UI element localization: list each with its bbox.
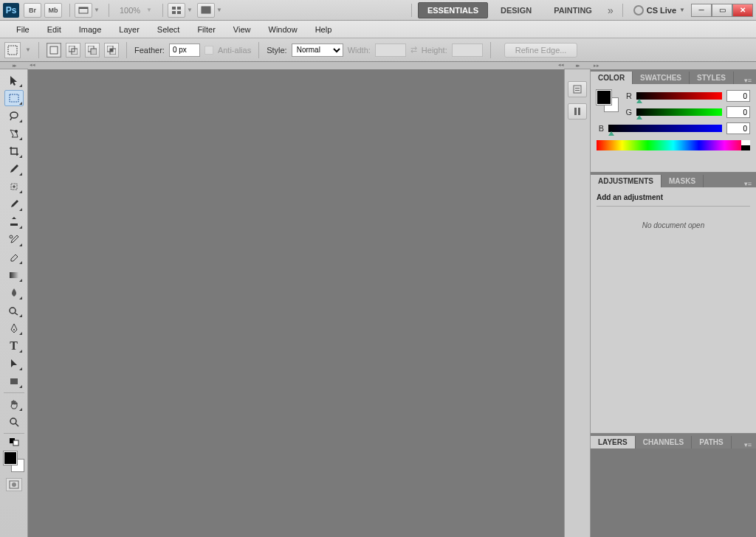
color-swatches[interactable] <box>4 451 24 472</box>
options-bar: ▼ Feather: Anti-alias Style: Normal Widt… <box>0 38 756 62</box>
tab-color[interactable]: COLOR <box>591 72 633 84</box>
spot-healing-tool[interactable] <box>4 179 24 195</box>
tab-channels[interactable]: CHANNELS <box>636 436 693 448</box>
g-value-input[interactable] <box>726 106 750 118</box>
history-brush-tool[interactable] <box>4 232 24 248</box>
dropdown-arrow-icon[interactable]: ▼ <box>146 7 152 13</box>
rectangle-tool[interactable] <box>4 373 24 389</box>
quick-mask-button[interactable] <box>6 478 22 491</box>
toolbox-column: T <box>0 62 28 537</box>
tab-paths[interactable]: PATHS <box>692 436 731 448</box>
g-slider[interactable] <box>636 108 722 116</box>
rectangular-marquee-tool[interactable] <box>4 90 24 106</box>
dropdown-arrow-icon[interactable]: ▼ <box>216 7 222 13</box>
width-input <box>375 44 406 57</box>
toolbox-drag-bar[interactable] <box>0 62 28 69</box>
svg-rect-21 <box>10 224 18 226</box>
pen-tool[interactable] <box>4 320 24 336</box>
selection-subtract-button[interactable] <box>85 43 100 58</box>
crop-tool[interactable] <box>4 143 24 159</box>
b-value-input[interactable] <box>726 122 750 134</box>
quick-selection-tool[interactable] <box>4 125 24 142</box>
history-panel-icon[interactable] <box>568 81 587 97</box>
zoom-tool[interactable] <box>4 414 24 430</box>
arrange-documents-button[interactable] <box>168 3 185 18</box>
antialias-checkbox <box>205 46 213 55</box>
r-slider[interactable] <box>636 92 722 100</box>
window-minimize-button[interactable]: ─ <box>691 4 712 17</box>
workspace-painting[interactable]: PAINTING <box>544 2 602 18</box>
menu-filter[interactable]: Filter <box>188 22 224 37</box>
eyedropper-tool[interactable] <box>4 161 24 177</box>
fg-swatch[interactable] <box>597 90 611 105</box>
cs-live-label: CS Live <box>647 6 676 15</box>
dropdown-arrow-icon: ▼ <box>679 7 685 13</box>
color-ramp[interactable] <box>597 140 750 150</box>
menu-select[interactable]: Select <box>148 22 189 37</box>
path-selection-tool[interactable] <box>4 356 24 372</box>
type-tool[interactable]: T <box>4 338 24 354</box>
style-label: Style: <box>267 46 287 55</box>
bridge-launch-button[interactable]: Br <box>24 3 41 18</box>
menu-layer[interactable]: Layer <box>110 22 148 37</box>
panel-menu-icon[interactable]: ▾≡ <box>740 441 756 448</box>
gradient-tool[interactable] <box>4 267 24 283</box>
zoom-level[interactable]: 100% <box>120 6 140 15</box>
menu-image[interactable]: Image <box>70 22 111 37</box>
tab-swatches[interactable]: SWATCHES <box>633 72 690 84</box>
cs-live-button[interactable]: CS Live ▼ <box>633 5 685 15</box>
brush-tool[interactable] <box>4 196 24 212</box>
b-slider[interactable] <box>608 125 722 132</box>
selection-new-button[interactable] <box>47 43 61 58</box>
panel-menu-icon[interactable]: ▾≡ <box>740 77 756 84</box>
hand-tool[interactable] <box>4 396 24 412</box>
more-workspaces-icon[interactable]: » <box>603 4 618 16</box>
clone-stamp-tool[interactable] <box>4 214 24 230</box>
minibridge-launch-button[interactable]: Mb <box>44 3 62 18</box>
dropdown-arrow-icon[interactable]: ▼ <box>187 7 193 13</box>
workspace-essentials[interactable]: ESSENTIALS <box>418 2 488 18</box>
current-tool-preset[interactable] <box>4 42 21 58</box>
grid-icon <box>171 6 182 15</box>
menu-window[interactable]: Window <box>260 22 306 37</box>
dropdown-arrow-icon[interactable]: ▼ <box>94 7 100 13</box>
screen-mode-button[interactable] <box>197 3 215 18</box>
dodge-tool[interactable] <box>4 302 24 319</box>
lasso-tool[interactable] <box>4 108 24 124</box>
selection-intersect-button[interactable] <box>104 43 119 58</box>
move-tool[interactable] <box>4 72 24 89</box>
tab-styles[interactable]: STYLES <box>690 72 734 84</box>
canvas-drag-bar[interactable]: ◂◂ <box>28 62 564 69</box>
panel-menu-icon[interactable]: ▾≡ <box>740 180 756 187</box>
menu-view[interactable]: View <box>224 22 260 37</box>
menu-help[interactable]: Help <box>306 22 341 37</box>
dock-drag-bar[interactable] <box>564 62 591 69</box>
properties-panel-icon[interactable] <box>568 103 587 119</box>
layers-panel <box>591 448 756 537</box>
view-extras-button[interactable] <box>75 3 92 18</box>
menu-edit[interactable]: Edit <box>38 22 70 37</box>
color-panel-swatches[interactable] <box>597 90 619 112</box>
style-select[interactable]: Normal <box>292 44 343 57</box>
selection-add-button[interactable] <box>66 43 80 58</box>
window-close-button[interactable]: ✕ <box>732 4 753 17</box>
menu-file[interactable]: File <box>7 22 38 37</box>
feather-label: Feather: <box>134 46 165 55</box>
foreground-color-swatch[interactable] <box>4 451 17 465</box>
tab-adjustments[interactable]: ADJUSTMENTS <box>591 175 662 187</box>
dropdown-arrow-icon[interactable]: ▼ <box>25 46 31 53</box>
panels-drag-bar[interactable] <box>591 62 756 69</box>
cs-live-icon <box>633 5 644 15</box>
r-value-input[interactable] <box>726 90 750 102</box>
blur-tool[interactable] <box>4 285 24 301</box>
svg-rect-23 <box>10 272 18 278</box>
svg-rect-2 <box>172 7 176 10</box>
svg-rect-13 <box>91 49 97 55</box>
default-colors-button[interactable] <box>4 437 24 447</box>
workspace-design[interactable]: DESIGN <box>491 2 541 18</box>
feather-input[interactable] <box>169 44 200 57</box>
tab-layers[interactable]: LAYERS <box>591 436 636 448</box>
eraser-tool[interactable] <box>4 249 24 266</box>
tab-masks[interactable]: MASKS <box>662 175 704 187</box>
window-maximize-button[interactable]: ▭ <box>712 4 732 17</box>
